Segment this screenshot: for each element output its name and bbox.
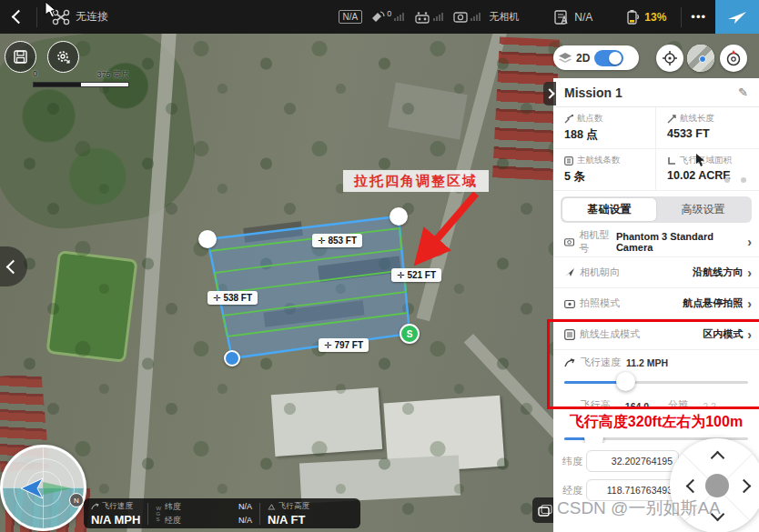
layers-icon <box>558 52 572 65</box>
chevron-right-icon <box>544 88 554 98</box>
map-mode-pill: 2D <box>553 45 639 70</box>
stat-route-length: 航线长度 4533 FT <box>656 107 759 149</box>
area-ruler-icon <box>667 156 676 166</box>
edge-length-label-bottom: ✛797 FT <box>319 338 369 352</box>
north-indicator: N <box>69 493 84 507</box>
altitude-icon <box>268 503 276 510</box>
camera-status: 无相机 <box>489 10 519 24</box>
setting-camera-heading[interactable]: 相机朝向 沿航线方向 › <box>553 257 759 288</box>
collapse-mission-panel-button[interactable] <box>543 82 556 105</box>
more-menu-button[interactable]: ••• <box>682 10 715 24</box>
mission-header: Mission 1 ✎ <box>553 78 759 107</box>
chevron-right-icon: › <box>747 327 752 342</box>
watermark: CSDN @一别如斯AA <box>557 497 759 520</box>
gear-icon <box>56 49 71 65</box>
nudge-right-button[interactable] <box>737 479 752 494</box>
map-scale-bar: 0 375 英尺 <box>33 69 129 87</box>
mouse-cursor-secondary <box>695 153 706 167</box>
airplane-icon <box>726 8 748 26</box>
settings-tabs: 基础设置 高级设置 <box>561 196 752 223</box>
drag-icon: ✛ <box>324 340 331 350</box>
scale-distance-label: 375 英尺 <box>96 69 129 81</box>
battery-icon <box>625 9 641 25</box>
app-screen: S ✛853 FT ✛521 FT ✛538 FT ✛797 FT 拉托四角调整… <box>0 0 759 532</box>
compass-reset-button[interactable] <box>720 45 747 72</box>
back-chevron-icon <box>11 10 25 25</box>
mission-stats: 航点数 188 点 航线长度 4533 FT 主航线条数 5 条 <box>553 107 759 191</box>
setting-camera-model[interactable]: 相机型号 Phantom 3 Standard Camera › <box>553 226 759 257</box>
2d-toggle[interactable] <box>594 50 623 66</box>
edge-length-label-left: ✛538 FT <box>207 291 258 305</box>
chevron-right-icon: › <box>747 296 752 311</box>
chevron-right-icon: › <box>747 235 752 249</box>
waypoints-icon <box>564 115 573 124</box>
polygon-corner-handle[interactable] <box>390 207 408 226</box>
satellite-count: 0 <box>387 9 391 18</box>
start-point-label: S <box>407 329 413 339</box>
camera-signal-icon <box>453 11 468 23</box>
divider <box>36 7 37 27</box>
settings-button[interactable] <box>47 41 79 73</box>
heading-icon <box>564 267 575 277</box>
polygon-corner-handle-selected[interactable] <box>224 350 240 366</box>
camera-icon <box>564 237 574 246</box>
locate-button[interactable] <box>656 45 683 72</box>
mission-polygon[interactable] <box>207 216 410 358</box>
latitude-label: 纬度 <box>562 455 586 468</box>
gps-mode-badge: N/A <box>339 10 363 24</box>
aircraft-heading-arrow <box>15 473 76 504</box>
wgs-label: WGS <box>156 506 161 522</box>
drag-icon: ✛ <box>318 236 325 246</box>
stats-pagination-dots[interactable] <box>724 177 746 183</box>
route-length-icon <box>667 115 676 124</box>
start-point-marker[interactable]: S <box>400 324 420 344</box>
longitude-label: 经度 <box>562 484 586 497</box>
tab-advanced-settings[interactable]: 高级设置 <box>656 198 750 221</box>
scale-zero-label: 0 <box>33 69 37 81</box>
setting-route-generation-mode[interactable]: 航线生成模式 区内模式 › <box>553 319 759 350</box>
nudge-up-button[interactable] <box>711 451 725 466</box>
tab-basic-settings[interactable]: 基础设置 <box>562 198 656 221</box>
camera-signal-bars <box>471 13 481 21</box>
polygon-corner-handle[interactable] <box>198 230 217 248</box>
chevron-right-icon: › <box>747 266 752 280</box>
latitude-input[interactable] <box>586 450 679 472</box>
setting-capture-mode[interactable]: 拍照模式 航点悬停拍照 › <box>553 288 759 319</box>
slider-thumb[interactable] <box>616 372 635 391</box>
rc-signal-bars <box>433 13 443 21</box>
drag-icon: ✛ <box>397 270 404 280</box>
edge-length-label-top: ✛853 FT <box>312 234 362 247</box>
connection-status: 无连接 <box>76 9 108 25</box>
mouse-cursor <box>45 1 58 19</box>
crosshair-icon <box>662 50 678 66</box>
takeoff-button[interactable] <box>715 0 759 34</box>
flight-speed-slider[interactable] <box>564 373 748 391</box>
capture-mode-icon <box>564 299 575 308</box>
annotation-altitude-note: 飞行高度320ft左右为100m <box>553 407 759 437</box>
route-mode-icon <box>564 329 575 340</box>
save-mission-button[interactable] <box>5 41 36 73</box>
nudge-left-button[interactable] <box>686 479 701 494</box>
chevron-left-icon <box>5 259 20 274</box>
telemetry-altitude: 飞行高度 N/A FT <box>260 501 317 527</box>
scale-segments <box>33 82 129 87</box>
edit-mission-button[interactable]: ✎ <box>738 85 748 99</box>
stat-waypoints: 航点数 188 点 <box>553 107 656 149</box>
map-preview-button[interactable] <box>687 45 714 72</box>
speed-icon <box>91 503 99 510</box>
mission-panel: Mission 1 ✎ 航点数 188 点 航线长度 4533 FT <box>553 78 759 449</box>
annotation-drag-corners-label: 拉托四角调整区域 <box>343 170 489 192</box>
save-icon <box>14 50 27 64</box>
speed-icon <box>564 358 575 367</box>
attitude-compass <box>0 445 86 531</box>
nudge-center-button[interactable] <box>705 474 729 497</box>
checklist-status: N/A <box>574 11 592 24</box>
edge-length-label-right: ✛521 FT <box>391 268 441 282</box>
telemetry-bar: 飞行速度 N/A MPH WGS 纬度N/A 经度N/A 飞行高度 N/A FT <box>84 498 360 528</box>
telemetry-speed: 飞行速度 N/A MPH <box>84 501 147 527</box>
compass-icon <box>724 49 743 67</box>
camera-icon <box>538 505 552 517</box>
annotation-arrow <box>420 194 476 258</box>
stat-area: 飞行区域面积 10.02 ACRE <box>656 149 759 191</box>
back-button[interactable] <box>0 12 36 22</box>
